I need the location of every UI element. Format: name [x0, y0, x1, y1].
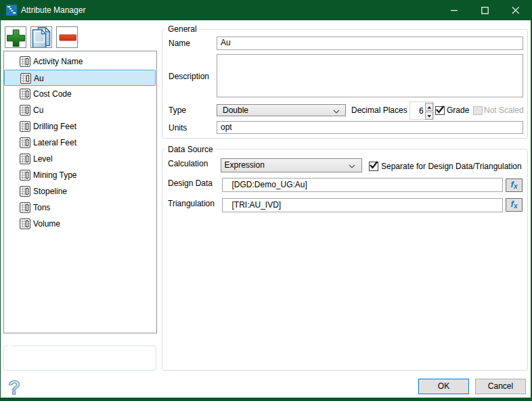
svg-text:?: ? — [8, 377, 20, 396]
